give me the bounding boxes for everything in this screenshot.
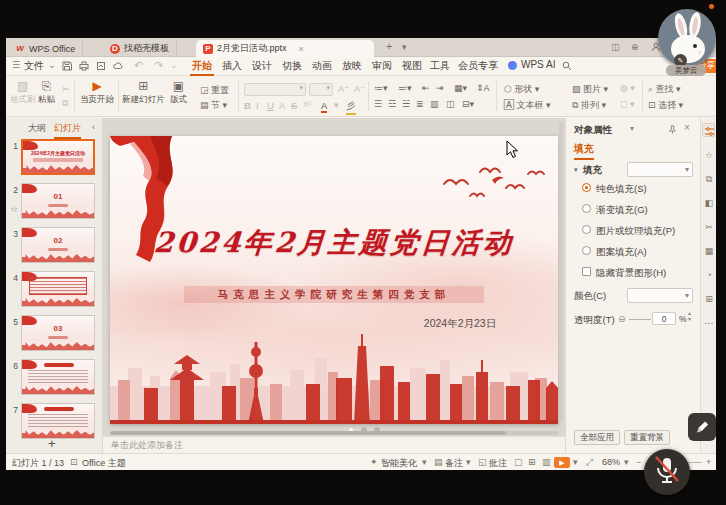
settings-icon[interactable]: ⊕ [631, 42, 639, 52]
beautify-caret-icon[interactable]: ▾ [422, 457, 427, 467]
normal-view-icon[interactable]: ▢ [514, 457, 523, 467]
numbering-icon[interactable]: ≕▾ [398, 83, 412, 93]
comment-button[interactable]: 批注 [489, 457, 507, 470]
help-strip-icon[interactable]: ◔ [701, 270, 716, 280]
font-name-combo[interactable] [244, 83, 306, 96]
align-right-icon[interactable]: ☱ [402, 99, 410, 109]
image-strip-icon[interactable]: ◧ [701, 198, 716, 208]
char-format-button[interactable]: A [279, 100, 285, 111]
decrease-font-icon[interactable]: A⁻ [354, 83, 365, 94]
tab-view[interactable]: 视图 [402, 59, 422, 73]
copy-icon[interactable]: ⧉ [62, 98, 68, 109]
text-direction-icon[interactable]: ▦▾ [454, 83, 467, 93]
apply-all-button[interactable]: 全部应用 [574, 430, 620, 445]
slide-thumbnail-4[interactable] [21, 271, 95, 307]
export-icon[interactable] [96, 61, 106, 71]
italic-button[interactable]: I [256, 100, 259, 111]
tab-review[interactable]: 审阅 [372, 59, 392, 73]
notes-bar[interactable]: 单击此处添加备注 [103, 436, 565, 453]
slide-thumbnail-5[interactable]: 03 [21, 315, 95, 351]
hide-background-checkbox[interactable] [582, 267, 591, 276]
increase-indent-icon[interactable]: ⇥ [436, 83, 444, 93]
horizontal-scroll-thumb[interactable] [110, 431, 506, 435]
layout-strip-icon[interactable]: ▦ [701, 246, 716, 256]
panel-title-caret-icon[interactable]: ▾ [630, 124, 634, 133]
new-tab-button[interactable]: + [386, 40, 392, 52]
reset-background-button[interactable]: 重置背景 [624, 430, 670, 445]
microphone-muted-button[interactable] [644, 449, 690, 495]
reading-view-icon[interactable]: ▥ [542, 457, 551, 467]
gradient-fill-label[interactable]: 渐变填充(G) [596, 204, 648, 217]
tab-animation[interactable]: 动画 [312, 59, 332, 73]
decrease-indent-icon[interactable]: ⇤ [422, 83, 430, 93]
paste-button[interactable]: ⎘ 粘贴 [38, 80, 55, 106]
new-slide-button[interactable]: ⊞ 新建幻灯片 [122, 80, 165, 106]
outline-tool-icon[interactable]: ◻ ▾ [620, 99, 635, 109]
reset-button[interactable]: ◲ 重置 [200, 84, 229, 97]
copilot-strip-icon[interactable]: ⧉ [701, 174, 716, 185]
tab-slideshow[interactable]: 放映 [342, 59, 362, 73]
file-menu[interactable]: 文件 [24, 59, 44, 73]
fit-slide-icon[interactable]: ⤢ [586, 457, 593, 468]
webcam-overlay[interactable] [658, 9, 716, 67]
outline-tab[interactable]: 大纲 [28, 122, 46, 135]
tab-membership[interactable]: 会员专享 [458, 59, 498, 73]
play-from-current-button[interactable]: ▶ 当页开始 [80, 80, 114, 106]
align-left-icon[interactable]: ☰ [374, 99, 382, 109]
highlight-color-icon[interactable]: ▾ [334, 100, 339, 110]
redo-icon[interactable]: ↷ [154, 59, 163, 72]
zoom-out-icon[interactable]: − [636, 457, 641, 467]
tab-document-active[interactable]: P 2月党日活动.pptx × [196, 40, 374, 57]
panel-close-icon[interactable]: × [684, 122, 690, 133]
shapes-button[interactable]: ⬡ 形状 ▾ [504, 83, 539, 96]
text-effect-button[interactable]: 彡 [346, 100, 356, 115]
section-button[interactable]: ▤ 节 ▾ [200, 99, 227, 112]
transparency-minus-icon[interactable]: ⊖ [618, 314, 626, 324]
slide-canvas[interactable]: 2024年2月主题党日活动 马克思主义学院研究生第四党支部 2024年2月23日 [110, 136, 558, 424]
tab-tools[interactable]: 工具 [430, 59, 450, 73]
underline-button[interactable]: U [267, 100, 274, 111]
slide-thumbnail-3[interactable]: 02 [21, 227, 95, 263]
font-size-combo[interactable] [309, 83, 333, 96]
strikethrough-button[interactable]: S [291, 100, 297, 111]
color-combo[interactable] [627, 288, 693, 303]
bullets-icon[interactable]: ≔▾ [374, 83, 388, 93]
theme-name[interactable]: Office 主题 [82, 457, 126, 470]
format-painter-button[interactable]: ▨ 格式刷 [10, 80, 36, 106]
calendar-strip-icon[interactable]: ⊞ [701, 294, 716, 304]
zoom-caret-icon[interactable]: ▾ [624, 457, 629, 467]
picture-fill-label[interactable]: 图片或纹理填充(P) [596, 225, 675, 238]
select-button[interactable]: ⊡ 选择 ▾ [648, 99, 683, 112]
solid-fill-radio[interactable] [582, 183, 591, 192]
wps-ai-button[interactable]: WPS AI [521, 59, 555, 70]
pattern-fill-radio[interactable] [582, 246, 591, 255]
find-button[interactable]: ⌕ 查找 ▾ [648, 83, 681, 96]
properties-strip-button[interactable] [702, 123, 715, 137]
line-spacing-icon[interactable]: ⇕A [476, 83, 490, 93]
increase-font-icon[interactable]: A⁺ [338, 83, 349, 94]
slide-thumbnail-2[interactable]: 01 [21, 183, 95, 219]
smart-format-icon[interactable]: ⊟▾ [462, 99, 474, 109]
close-tab-icon[interactable]: × [299, 44, 304, 54]
picture-button[interactable]: ▧ 图片 ▾ [572, 83, 608, 96]
cut-strip-icon[interactable]: ✂ [701, 222, 716, 232]
cloud-icon[interactable] [113, 61, 124, 71]
transparency-slider[interactable] [629, 319, 651, 320]
distribute-icon[interactable]: ▥ [430, 99, 439, 109]
slide-title[interactable]: 2024年2月主题党日活动 [110, 224, 558, 262]
textbox-button[interactable]: 🄰 文本框 ▾ [504, 99, 550, 112]
slide-thumbnail-7[interactable] [21, 403, 95, 439]
undo-icon[interactable]: ↶ [134, 59, 143, 72]
fill-type-combo[interactable] [627, 162, 693, 177]
slides-tab[interactable]: 幻灯片 [54, 122, 81, 139]
section-collapse-icon[interactable]: ▾ [574, 166, 578, 174]
tab-design[interactable]: 设计 [252, 59, 272, 73]
zoom-level[interactable]: 68% [602, 457, 620, 467]
pin-icon[interactable] [668, 125, 677, 134]
save-icon[interactable] [62, 61, 72, 71]
collapse-panel-icon[interactable]: ‹ [92, 122, 95, 132]
slide-thumbnail-6[interactable] [21, 359, 95, 395]
history-caret-icon[interactable]: ⌄ [170, 60, 178, 70]
tab-transition[interactable]: 切换 [282, 59, 302, 73]
beautify-button[interactable]: 智能美化 [381, 457, 417, 470]
